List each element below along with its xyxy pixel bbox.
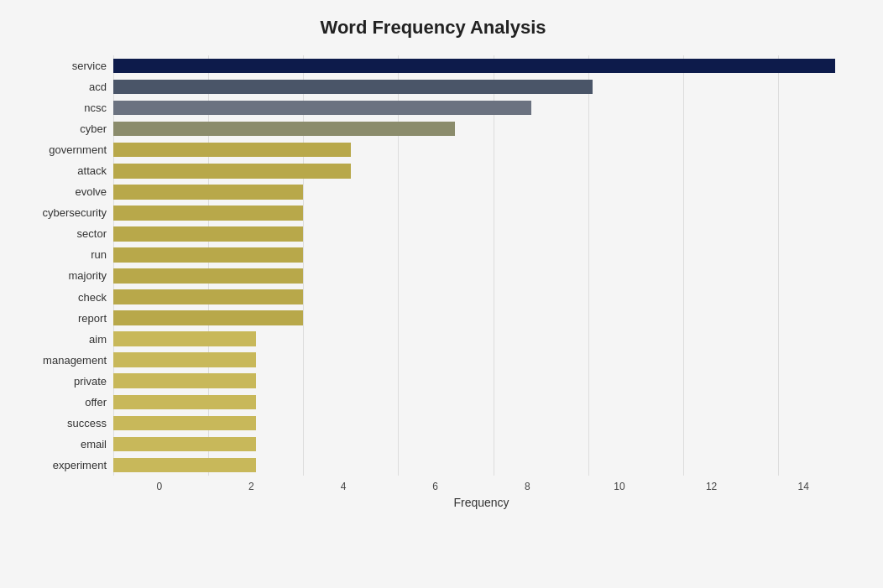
y-label: ncsc	[17, 102, 107, 113]
bar-cyber	[113, 122, 455, 137]
y-label: cyber	[17, 123, 107, 134]
y-label: run	[17, 249, 107, 260]
bar-row	[113, 244, 849, 265]
bar-run	[113, 247, 303, 263]
x-tick: 8	[482, 481, 574, 492]
bar-sector	[113, 226, 303, 242]
bar-row	[113, 223, 849, 244]
bars-wrapper	[113, 55, 849, 476]
bar-success	[113, 416, 256, 431]
y-label: government	[17, 144, 107, 155]
bar-row	[113, 329, 849, 350]
bar-experiment	[113, 458, 256, 473]
x-tick: 4	[297, 481, 389, 492]
x-tick: 0	[113, 481, 206, 492]
bar-government	[113, 143, 351, 158]
chart-area: serviceacdncsccybergovernmentattackevolv…	[17, 55, 849, 509]
y-label: sector	[17, 228, 107, 239]
y-label: majority	[17, 270, 107, 281]
bar-majority	[113, 268, 303, 284]
bar-row	[113, 308, 849, 329]
bar-row	[113, 455, 849, 476]
x-axis-label: Frequency	[113, 496, 849, 509]
chart-container: Word Frequency Analysis serviceacdncsccy…	[0, 0, 883, 588]
bar-management	[113, 352, 256, 367]
bar-cybersecurity	[113, 206, 303, 221]
bar-row	[113, 413, 849, 434]
y-axis: serviceacdncsccybergovernmentattackevolv…	[17, 55, 113, 476]
y-label: private	[17, 376, 107, 387]
bar-email	[113, 437, 256, 452]
bar-row	[113, 181, 849, 202]
y-label: evolve	[17, 186, 107, 197]
x-tick: 10	[573, 481, 666, 492]
bar-offer	[113, 395, 256, 410]
x-tick: 12	[666, 481, 758, 492]
y-label: acd	[17, 81, 107, 92]
y-label: report	[17, 313, 107, 324]
bar-row	[113, 160, 849, 181]
bar-service	[113, 59, 835, 74]
bar-attack	[113, 164, 351, 179]
y-label: email	[17, 439, 107, 450]
bar-row	[113, 139, 849, 160]
x-axis: 02468101214	[113, 476, 849, 492]
x-tick: 14	[757, 481, 849, 492]
y-label: cybersecurity	[17, 207, 107, 218]
bar-row	[113, 287, 849, 308]
bar-row	[113, 265, 849, 286]
bar-check	[113, 289, 303, 304]
y-label: aim	[17, 334, 107, 345]
bar-private	[113, 373, 256, 388]
bar-ncsc	[113, 101, 531, 116]
bar-evolve	[113, 185, 303, 200]
bar-row	[113, 202, 849, 223]
bar-acd	[113, 80, 593, 95]
y-label: success	[17, 418, 107, 429]
y-label: check	[17, 292, 107, 303]
bar-report	[113, 310, 303, 325]
y-label: offer	[17, 397, 107, 408]
plot-area	[113, 55, 849, 476]
bar-aim	[113, 331, 256, 346]
y-label: management	[17, 355, 107, 366]
bars-section: serviceacdncsccybergovernmentattackevolv…	[17, 55, 849, 476]
bar-row	[113, 76, 849, 97]
chart-title: Word Frequency Analysis	[17, 17, 849, 42]
bar-row	[113, 118, 849, 139]
bar-row	[113, 371, 849, 392]
y-label: experiment	[17, 460, 107, 471]
x-tick: 2	[206, 481, 298, 492]
bar-row	[113, 97, 849, 118]
y-label: attack	[17, 165, 107, 176]
y-label: service	[17, 60, 107, 71]
bar-row	[113, 350, 849, 371]
bar-row	[113, 434, 849, 455]
bar-row	[113, 55, 849, 76]
x-tick: 6	[389, 481, 482, 492]
bar-row	[113, 392, 849, 413]
